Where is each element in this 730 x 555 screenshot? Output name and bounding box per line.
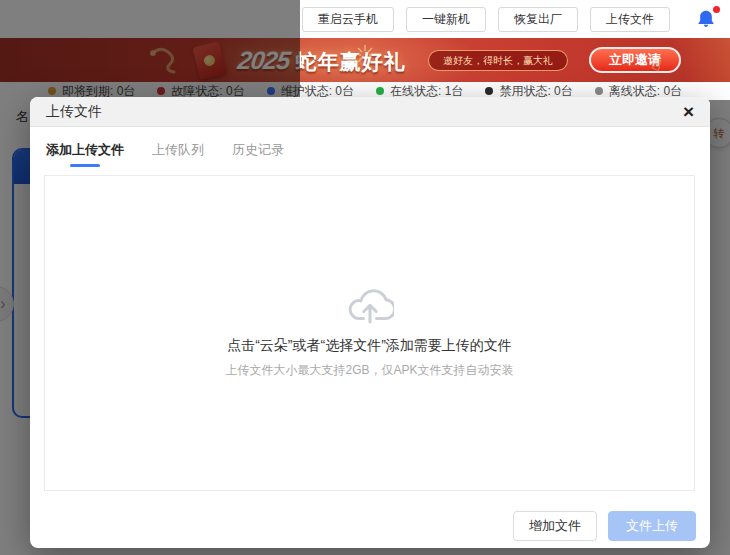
status-dot-gray — [595, 87, 603, 95]
tab-add-upload-file[interactable]: 添加上传文件 — [46, 141, 124, 167]
tab-history[interactable]: 历史记录 — [232, 141, 284, 167]
topbar-button-group: 重启云手机 一键新机 恢复出厂 上传文件 — [302, 7, 670, 32]
banner-tagline: 邀好友，得时长，赢大礼 — [428, 50, 568, 71]
restart-cloud-phone-button[interactable]: 重启云手机 — [302, 7, 394, 32]
status-dot-green — [376, 87, 384, 95]
invite-now-button[interactable]: 立即邀请 — [589, 47, 681, 73]
tab-upload-queue[interactable]: 上传队列 — [152, 141, 204, 167]
upload-file-dialog: 上传文件 × 添加上传文件 上传队列 历史记录 点击“云朵”或者“选择文件”添加… — [30, 97, 710, 548]
modal-overlay-top-left — [0, 0, 300, 100]
notification-dot — [713, 6, 720, 13]
factory-reset-button[interactable]: 恢复出厂 — [498, 7, 578, 32]
dropzone-main-text: 点击“云朵”或者“选择文件”添加需要上传的文件 — [227, 337, 512, 355]
dialog-header: 上传文件 × — [30, 97, 710, 127]
status-dot-black — [485, 87, 493, 95]
dialog-tabs: 添加上传文件 上传队列 历史记录 — [30, 127, 710, 167]
close-icon[interactable]: × — [683, 102, 694, 121]
upload-dropzone[interactable]: 点击“云朵”或者“选择文件”添加需要上传的文件 上传文件大小最大支持2GB，仅A… — [44, 175, 695, 491]
banner-title-text: 蛇年赢好礼 — [296, 48, 406, 76]
cloud-upload-icon[interactable] — [346, 287, 394, 325]
notification-bell-icon[interactable] — [694, 6, 720, 32]
app-root: 重启云手机 一键新机 恢复出厂 上传文件 2025 蛇年赢好 — [0, 0, 730, 555]
add-file-button[interactable]: 增加文件 — [513, 511, 597, 541]
one-click-new-device-button[interactable]: 一键新机 — [406, 7, 486, 32]
upload-file-button[interactable]: 上传文件 — [590, 7, 670, 32]
dialog-title: 上传文件 — [46, 103, 102, 121]
dropzone-sub-text: 上传文件大小最大支持2GB，仅APK文件支持自动安装 — [225, 362, 513, 379]
dialog-footer: 增加文件 文件上传 — [513, 511, 696, 541]
file-upload-button[interactable]: 文件上传 — [608, 511, 696, 541]
